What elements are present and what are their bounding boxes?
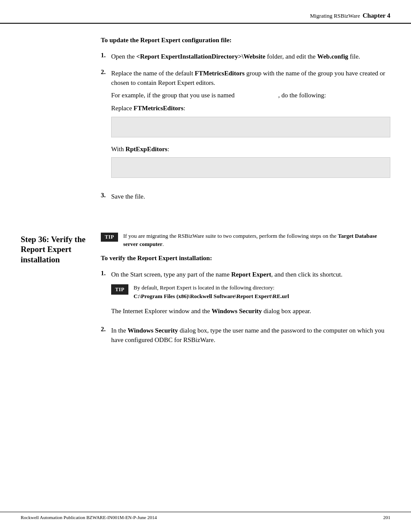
page: Migrating RSBizWare Chapter 4 To update … [0, 0, 411, 532]
step-content: In the Windows Security dialog box, type… [111, 326, 390, 345]
step36-title: Step 36: Verify the Report Expert instal… [21, 234, 86, 265]
update-section-title: To update the Report Expert configuratio… [101, 37, 390, 44]
tip-main-box: TIP If you are migrating the RSBizWare s… [101, 232, 390, 249]
verify-steps-list: 1. On the Start screen, type any part of… [101, 270, 390, 345]
list-item: 1. Open the <Report ExpertInstallationDi… [101, 52, 390, 62]
header-section: Migrating RSBizWare [310, 12, 360, 19]
step-content: Replace the name of the default FTMetric… [111, 68, 390, 185]
step-num: 3. [101, 192, 111, 199]
step-num: 1. [101, 52, 111, 59]
footer-right: 201 [383, 515, 391, 520]
left-column [0, 24, 94, 221]
list-item: 2. In the Windows Security dialog box, t… [101, 326, 390, 345]
step-content: Open the <Report ExpertInstallationDirec… [111, 52, 390, 62]
list-item: 3. Save the file. [101, 192, 390, 202]
page-header: Migrating RSBizWare Chapter 4 [0, 0, 411, 24]
list-item: 1. On the Start screen, type any part of… [101, 270, 390, 319]
tip-main-label: TIP [101, 233, 118, 242]
step-num: 2. [101, 68, 111, 76]
verify-section-title: To verify the Report Expert installation… [101, 255, 390, 262]
tip-main-text: If you are migrating the RSBizWare suite… [123, 232, 390, 249]
step36-right: TIP If you are migrating the RSBizWare s… [94, 221, 411, 365]
with-label: With RptExpEditors: [111, 144, 390, 154]
right-column: To update the Report Expert configuratio… [94, 24, 411, 221]
step-num: 1. [101, 270, 111, 277]
code-block-1 [111, 117, 390, 137]
internet-explorer-text: The Internet Explorer window and the Win… [111, 306, 390, 316]
replace-label: Replace FTMetricsEditors: [111, 103, 390, 113]
step-content: Save the file. [111, 192, 390, 202]
example-text: For example, if the group that you use i… [111, 90, 390, 100]
code-block-2 [111, 157, 390, 178]
footer-left: Rockwell Automation Publication BZWARE-I… [21, 515, 157, 520]
step36-area: Step 36: Verify the Report Expert instal… [0, 221, 411, 365]
tip-inner-text: By default, Report Expert is located in … [134, 283, 289, 300]
list-item: 2. Replace the name of the default FTMet… [101, 68, 390, 185]
header-chapter: Chapter 4 [363, 12, 390, 19]
tip-inner-label: TIP [111, 284, 128, 295]
step36-left: Step 36: Verify the Report Expert instal… [0, 221, 94, 365]
tip-inner-box: TIP By default, Report Expert is located… [111, 283, 390, 300]
update-steps-list: 1. Open the <Report ExpertInstallationDi… [101, 52, 390, 202]
step-num: 2. [101, 326, 111, 333]
content-area: To update the Report Expert configuratio… [0, 24, 411, 221]
page-footer: Rockwell Automation Publication BZWARE-I… [0, 512, 411, 520]
step-content: On the Start screen, type any part of th… [111, 270, 390, 319]
